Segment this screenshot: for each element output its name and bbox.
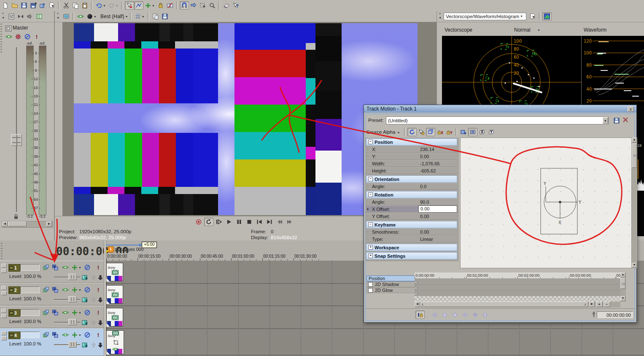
show-inserts-icon[interactable] (35, 12, 44, 21)
scroll-down-button[interactable]: ▼ (620, 296, 625, 301)
save-project-icon[interactable] (19, 1, 29, 10)
loop-playback-icon[interactable] (204, 218, 213, 226)
property-value[interactable]: -605.62 (418, 168, 457, 173)
lock-cursor-to-keyframes-icon[interactable]: I (415, 310, 425, 319)
track-fx-icon[interactable] (61, 308, 70, 317)
track-maximize-button[interactable] (1, 269, 7, 273)
event-fx-icon[interactable] (112, 346, 119, 352)
scroll-left-button[interactable]: ◄ (415, 302, 420, 307)
track-minimize-button[interactable] (1, 286, 7, 290)
enable-rotation-icon[interactable] (407, 128, 417, 136)
source-alpha-select[interactable]: Source Alpha (366, 129, 395, 135)
property-value[interactable]: 0.00 (418, 229, 457, 235)
dialog-close-button[interactable]: x (628, 106, 634, 112)
track-header-1[interactable]: 1▼!Level: 100.0 %a (0, 261, 104, 283)
track-motion-icon[interactable] (51, 331, 60, 339)
property-row-yoffset[interactable]: ◦Y Offset:0.00 (366, 213, 457, 220)
property-row-width[interactable]: ◦Width:-1,076.65 (366, 160, 457, 167)
section-header-keyframe[interactable]: −Keyframe (366, 221, 457, 228)
property-value[interactable]: 0.00 (418, 154, 457, 159)
copy-snapshot-icon[interactable] (151, 12, 160, 21)
section-expand-toggle[interactable]: + (368, 245, 373, 250)
automation-settings-icon[interactable]: ▼ (70, 286, 83, 294)
compositing-mode-icon[interactable]: a (80, 318, 89, 327)
track-name-field[interactable] (20, 264, 40, 271)
scope-selector-arrow[interactable]: ▼ (520, 15, 523, 18)
next-frame-icon[interactable] (285, 218, 294, 226)
scroll-thumb[interactable] (8, 221, 27, 227)
prevent-scaling-y-icon[interactable]: Y (487, 128, 496, 136)
insert-fx-icon[interactable] (4, 32, 13, 41)
section-expand-toggle[interactable]: − (368, 177, 373, 181)
channel-settings-icon[interactable] (13, 32, 23, 41)
property-value[interactable]: 0.00 (418, 205, 457, 213)
play-from-start-icon[interactable] (214, 218, 224, 226)
track-maximize-button[interactable] (1, 291, 7, 295)
property-value[interactable]: 0.0 (418, 184, 457, 189)
solo-icon[interactable]: ! (94, 286, 103, 294)
previous-frame-icon[interactable] (275, 218, 284, 226)
save-as-icon[interactable]: ? (29, 1, 38, 10)
undock-window-button[interactable]: ◄ (438, 16, 442, 20)
grid-overlay-icon[interactable]: ▼ (133, 12, 146, 21)
scroll-left-button[interactable]: ◄ (2, 221, 8, 227)
automation-settings-icon[interactable]: ▼ (70, 263, 83, 272)
preset-dropdown-arrow[interactable]: ▼ (603, 117, 608, 124)
scroll-up-button[interactable]: ▲ (632, 138, 637, 143)
compositing-mode-icon[interactable]: a (80, 273, 89, 282)
downmix-output-icon[interactable] (16, 12, 25, 21)
section-expand-toggle[interactable]: + (368, 254, 373, 258)
keyframe-hscroll[interactable]: ◄‖‖►+− (415, 302, 620, 307)
timeline-ruler[interactable]: 0:00:00:0000:00:15:0000:00:30:0000:00:45… (105, 253, 364, 261)
thumb-grip-right[interactable]: ‖ (585, 303, 586, 307)
property-row-angle[interactable]: ◦Angle:90.0 (366, 198, 457, 205)
stop-icon[interactable] (245, 218, 254, 226)
thumb-grip-left[interactable]: ‖ (422, 303, 423, 307)
track-fx-icon[interactable] (61, 331, 70, 339)
scroll-thumb[interactable] (632, 143, 637, 168)
keyframe-ruler[interactable]: 0:00:00:0000:01:00:0000:02:00:0000:03:00… (415, 272, 620, 279)
property-row-x[interactable]: ◦X:236.14 (366, 146, 457, 153)
section-header-orientation[interactable]: −Orientation (366, 175, 457, 183)
prevent-scaling-x-icon[interactable]: X (477, 128, 487, 136)
keyframe-row-checkbox[interactable] (368, 282, 373, 287)
previous-keyframe-icon[interactable]: ‹ (440, 310, 449, 319)
timeline-splitter[interactable] (104, 240, 106, 356)
property-radio[interactable]: ● (366, 207, 369, 211)
section-header-position[interactable]: −Position (366, 138, 457, 146)
solo-icon[interactable]: ! (94, 263, 103, 272)
close-window-button[interactable]: × (438, 11, 442, 16)
property-row-smoothness[interactable]: ◦Smoothness:0.00 (366, 228, 457, 235)
track-motion-icon[interactable] (51, 263, 60, 272)
property-row-type[interactable]: ◦Type:Linear (366, 235, 457, 243)
master-fader-handle[interactable] (11, 134, 22, 146)
event-pan-crop-icon[interactable] (113, 339, 119, 345)
envelope-edit-tool-icon[interactable] (134, 1, 143, 10)
selection-edit-tool-icon[interactable] (198, 1, 207, 10)
preview-quality-dropdown-arrow[interactable]: ▼ (125, 15, 128, 18)
dialog-titlebar[interactable]: Track Motion - Track 1 (364, 105, 636, 113)
prevent-movement-y-icon[interactable]: Y (445, 128, 454, 136)
property-row-y[interactable]: ◦Y:0.00 (366, 153, 457, 160)
automation-settings-icon[interactable]: ▼ (143, 1, 156, 10)
lock-source-aspect-icon[interactable] (459, 128, 468, 136)
play-icon[interactable] (224, 218, 234, 226)
compositing-mode-icon[interactable]: a (80, 341, 89, 349)
property-row-height[interactable]: ◦Height:-605.62 (366, 167, 457, 174)
level-slider-handle[interactable] (68, 341, 77, 348)
edit-in-object-space-icon[interactable] (417, 128, 426, 136)
enable-snapping-icon[interactable] (180, 1, 189, 10)
open-project-icon[interactable] (10, 1, 19, 10)
timeline-event[interactable]: Sony (106, 330, 124, 354)
track-maximize-button[interactable] (1, 336, 7, 340)
capture-video-icon[interactable] (47, 1, 57, 10)
undock-window-button[interactable]: ◄ (56, 16, 60, 20)
meter-lock-icon[interactable] (13, 213, 19, 219)
mute-icon[interactable] (83, 331, 92, 339)
track-fx-icon[interactable] (61, 263, 70, 272)
video-quality-icon[interactable]: ▼ (85, 12, 98, 21)
import-media-icon[interactable] (38, 1, 47, 10)
last-keyframe-icon[interactable]: » (460, 310, 469, 319)
redo-icon[interactable]: ▼ (107, 1, 120, 10)
timeline-event[interactable]: Sony (106, 285, 123, 304)
